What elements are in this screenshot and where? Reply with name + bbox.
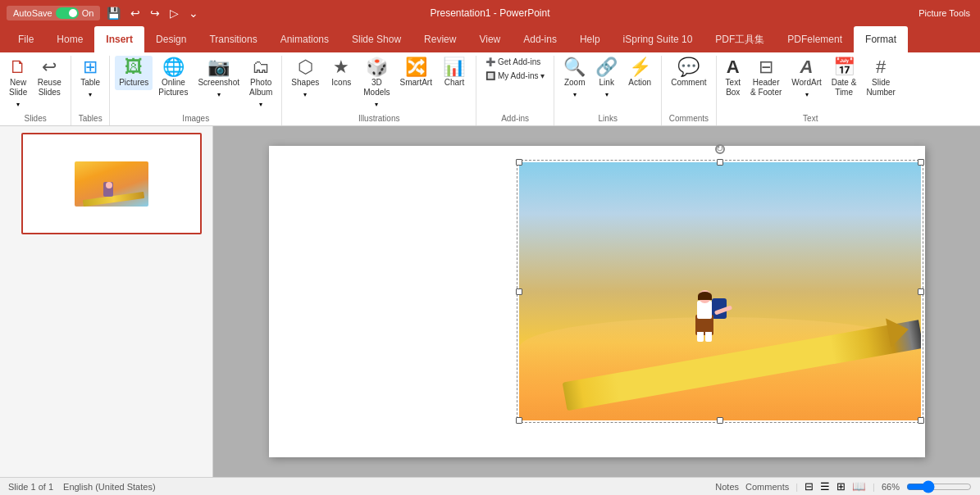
ribbon-tabs: File Home Insert Design Transitions Anim… [0,26,980,52]
photo-album-dropdown[interactable]: ▾ [245,100,276,109]
autosave-toggle[interactable] [56,7,79,19]
chart-icon: 📊 [443,58,465,76]
slide-number-button[interactable]: # SlideNumber [862,56,900,100]
date-time-button[interactable]: 📅 Date &Time [827,56,861,100]
wordart-button[interactable]: A WordArt [787,56,826,90]
tab-home[interactable]: Home [45,26,94,52]
3d-models-dropdown[interactable]: ▾ [359,100,394,109]
3d-models-button[interactable]: 🎲 3DModels [359,56,394,100]
smartart-button[interactable]: 🔀 SmartArt [396,56,436,90]
online-pictures-button[interactable]: 🌐 OnlinePictures [154,56,192,100]
zoom-slider[interactable] [906,480,972,493]
zoom-button[interactable]: 🔍 Zoom [559,56,590,90]
my-add-ins-button[interactable]: 🔲 My Add-ins ▾ [481,70,549,82]
handle-top-center[interactable] [717,159,723,166]
comments-button[interactable]: Comments [745,482,789,492]
view-normal-button[interactable]: ⊟ [805,480,814,493]
shapes-dropdown[interactable]: ▾ [287,90,323,99]
tab-review[interactable]: Review [413,26,467,52]
zoom-dropdown[interactable]: ▾ [559,90,590,99]
icons-button[interactable]: ★ Icons [325,56,358,90]
undo-button[interactable]: ↩ [127,5,144,21]
link-button[interactable]: 🔗 Link [591,56,622,90]
new-slide-button[interactable]: 🗋 NewSlide [5,56,31,100]
presentation-view-button[interactable]: ▷ [166,5,182,21]
slide-thumbnail-1[interactable] [21,133,202,234]
slide-image[interactable] [519,162,921,420]
photo-album-button[interactable]: 🗂 PhotoAlbum [245,56,276,100]
tab-help[interactable]: Help [568,26,612,52]
view-reading-button[interactable]: 📖 [852,480,866,493]
get-add-ins-button[interactable]: ➕ Get Add-ins [481,56,545,68]
tab-file[interactable]: File [7,26,45,52]
slide-panel[interactable]: 1 [0,126,213,477]
shapes-icon: ⬡ [298,58,313,76]
wordart-dropdown[interactable]: ▾ [787,90,826,99]
textbox-label: TextBox [726,78,741,98]
canvas-area[interactable] [213,126,980,477]
ribbon-group-images: 🖼 Pictures 🌐 OnlinePictures 📷 Screenshot… [110,56,282,125]
title-bar-right: Picture Tools ─ ◻ ✕ [919,5,973,21]
tab-format[interactable]: Format [854,26,908,52]
handle-top-left[interactable] [516,159,522,166]
handle-middle-left[interactable] [516,288,522,295]
screenshot-dropdown[interactable]: ▾ [194,90,244,99]
link-dropdown[interactable]: ▾ [591,90,622,99]
tab-add-ins[interactable]: Add-ins [512,26,568,52]
notes-button[interactable]: Notes [715,482,739,492]
table-btn-group: ⊞ Table ▾ [76,56,104,99]
tab-view[interactable]: View [467,26,512,52]
rotate-handle[interactable] [715,144,725,154]
ribbon: 🗋 NewSlide ▾ ↩ ReuseSlides Slides ⊞ Tabl… [0,52,980,126]
get-add-ins-label: Get Add-ins [498,57,540,66]
table-dropdown[interactable]: ▾ [76,90,104,99]
link-icon: 🔗 [595,58,618,76]
view-slide-sorter-button[interactable]: ⊞ [836,480,846,493]
handle-middle-right[interactable] [918,288,924,295]
save-button[interactable]: 💾 [103,5,124,21]
tab-animations[interactable]: Animations [269,26,340,52]
tab-design[interactable]: Design [144,26,198,52]
slide-canvas[interactable] [269,146,925,457]
comment-button[interactable]: 💬 Comment [667,56,710,90]
chart-button[interactable]: 📊 Chart [438,56,471,90]
handle-bottom-left[interactable] [516,417,522,424]
reuse-slides-button[interactable]: ↩ ReuseSlides [33,56,66,100]
zoom-level: 66% [882,482,900,492]
tables-group-content: ⊞ Table ▾ [76,56,104,114]
header-footer-button[interactable]: ⊟ Header& Footer [746,56,786,100]
table-label: Table [80,78,100,88]
textbox-button[interactable]: A TextBox [722,56,745,100]
pictures-button[interactable]: 🖼 Pictures [115,56,153,90]
new-slide-dropdown[interactable]: ▾ [5,100,31,109]
handle-top-right[interactable] [918,159,924,166]
ribbon-group-addins: ➕ Get Add-ins 🔲 My Add-ins ▾ Add-ins [476,56,554,125]
tab-insert[interactable]: Insert [94,26,144,52]
action-button[interactable]: ⚡ Action [623,56,656,90]
table-button[interactable]: ⊞ Table [76,56,104,90]
shapes-button[interactable]: ⬡ Shapes [287,56,323,90]
title-bar: AutoSave On 💾 ↩ ↪ ▷ ⌄ Presentation1 - Po… [0,0,980,26]
handle-bottom-right[interactable] [918,417,924,424]
tab-transitions[interactable]: Transitions [198,26,268,52]
tab-pdfelement[interactable]: PDFelement [776,26,854,52]
addins-group-label: Add-ins [481,114,549,125]
handle-bottom-center[interactable] [717,417,723,424]
ribbon-group-links: 🔍 Zoom ▾ 🔗 Link ▾ ⚡ Action Links [554,56,662,125]
qat-dropdown-button[interactable]: ⌄ [185,5,202,21]
shapes-btn-group: ⬡ Shapes ▾ [287,56,323,99]
tab-ispring[interactable]: iSpring Suite 10 [612,26,704,52]
redo-button[interactable]: ↪ [147,5,163,21]
new-slide-icon: 🗋 [9,58,27,76]
autosave-button[interactable]: AutoSave On [7,6,100,20]
photo-album-btn-group: 🗂 PhotoAlbum ▾ [245,56,276,109]
screenshot-button[interactable]: 📷 Screenshot [194,56,244,90]
3d-models-icon: 🎲 [366,58,388,76]
tab-pdf-tools[interactable]: PDF工具集 [704,26,776,52]
zoom-label: Zoom [564,78,586,88]
selected-image-container[interactable] [519,162,921,420]
get-add-ins-icon: ➕ [485,57,495,66]
tab-slide-show[interactable]: Slide Show [340,26,413,52]
status-bar: Slide 1 of 1 English (United States) Not… [0,477,980,495]
view-outline-button[interactable]: ☰ [820,480,830,493]
